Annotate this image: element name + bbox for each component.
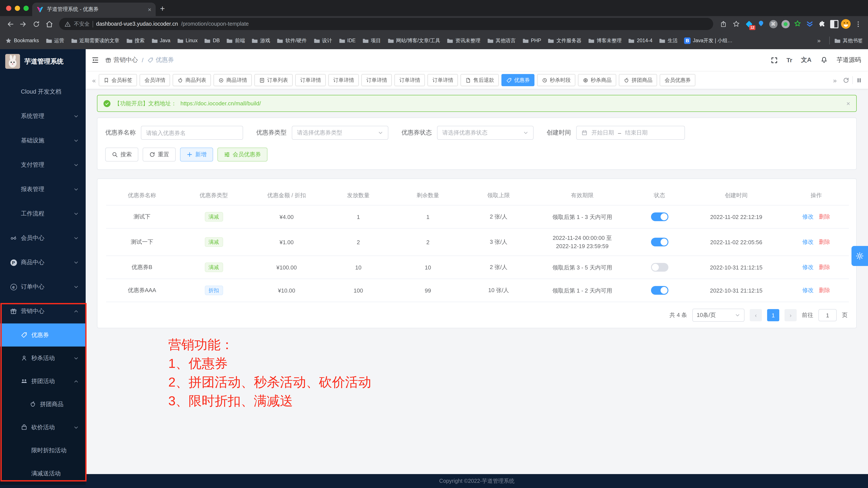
- reset-button[interactable]: 重置: [143, 148, 176, 162]
- delete-link[interactable]: 删除: [819, 264, 830, 270]
- sidebar-item-system[interactable]: 系统管理: [0, 104, 86, 128]
- bookmark-folder[interactable]: Java: [151, 37, 170, 44]
- coupon-name-input[interactable]: [141, 126, 243, 140]
- tab-member-coupon[interactable]: 会员优惠券: [660, 74, 695, 86]
- tab-order-list[interactable]: 订单列表: [255, 74, 293, 86]
- tab-member-tag[interactable]: 会员标签: [99, 74, 137, 86]
- extensions-puzzle-icon[interactable]: [817, 19, 827, 29]
- bookmark-folder[interactable]: 生活: [659, 37, 678, 44]
- forward-button[interactable]: [18, 18, 29, 30]
- search-button[interactable]: 搜索: [105, 148, 138, 162]
- sidebar-item-product-center[interactable]: P商品中心: [0, 250, 86, 275]
- address-bar[interactable]: 不安全 dashboard-vue3.yudao.iocoder.cn/prom…: [59, 18, 713, 30]
- coupon-type-select[interactable]: 请选择优惠券类型: [292, 126, 388, 140]
- bookmark-folder[interactable]: 游戏: [252, 37, 270, 44]
- reload-button[interactable]: [30, 18, 42, 30]
- app-logo[interactable]: 芋道管理系统: [0, 49, 86, 74]
- close-window-button[interactable]: [6, 6, 11, 11]
- locale-icon[interactable]: 文A: [801, 56, 811, 64]
- extension-record-icon[interactable]: [780, 19, 790, 29]
- goto-page-input[interactable]: [818, 309, 837, 321]
- profile-avatar[interactable]: [841, 19, 850, 29]
- bookmark-folder[interactable]: 运营: [45, 37, 64, 44]
- tab-order-detail[interactable]: 订单详情: [395, 74, 425, 86]
- collapse-sidebar-icon[interactable]: [91, 56, 99, 64]
- sidebar-item-coupon[interactable]: 优惠券: [0, 323, 86, 346]
- sidebar-item-seckill-activity[interactable]: 秒杀活动: [0, 346, 86, 370]
- home-button[interactable]: [43, 18, 55, 30]
- bookmark-folder[interactable]: PHP: [522, 37, 541, 44]
- tags-scroll-right-icon[interactable]: »: [830, 77, 840, 84]
- bookmark-folder[interactable]: 设计: [313, 37, 332, 44]
- font-size-icon[interactable]: Tr: [786, 57, 792, 63]
- bookmark-folder[interactable]: 文件服务器: [548, 37, 582, 44]
- status-toggle[interactable]: [651, 286, 668, 295]
- tab-order-detail[interactable]: 订单详情: [428, 74, 458, 86]
- member-coupon-button[interactable]: 会员优惠券: [217, 148, 268, 162]
- extension-diamond-icon[interactable]: 12: [744, 19, 754, 29]
- sidebar-item-workflow[interactable]: 工作流程: [0, 202, 86, 226]
- tab-group-product[interactable]: 拼团商品: [619, 74, 657, 86]
- end-date-placeholder[interactable]: 结束日期: [625, 129, 648, 137]
- settings-fab[interactable]: [851, 246, 868, 266]
- sidebar-item-bargain-activity[interactable]: 砍价活动: [0, 416, 86, 439]
- status-toggle[interactable]: [651, 212, 668, 221]
- delete-link[interactable]: 删除: [819, 287, 830, 293]
- bookmark-folder[interactable]: IDE: [339, 37, 355, 44]
- sidebar-item-discount-activity[interactable]: 限时折扣活动: [0, 439, 86, 462]
- bookmark-folder[interactable]: 搜索: [126, 37, 145, 44]
- tab-close-icon[interactable]: ×: [148, 6, 151, 12]
- bookmark-folder[interactable]: 前端: [226, 37, 245, 44]
- start-date-placeholder[interactable]: 开始日期: [591, 129, 614, 137]
- extension-command-icon[interactable]: ⌘: [768, 19, 778, 29]
- extension-chevrons-icon[interactable]: [805, 19, 815, 29]
- bookmark-folder[interactable]: 资讯未整理: [447, 37, 480, 44]
- bookmark-folder[interactable]: Linux: [177, 37, 198, 44]
- prev-page-button[interactable]: ‹: [750, 309, 762, 321]
- alert-link[interactable]: https://doc.iocoder.cn/mall/build/: [181, 100, 261, 107]
- tags-refresh-icon[interactable]: [840, 77, 852, 83]
- edit-link[interactable]: 修改: [802, 238, 814, 245]
- share-button[interactable]: [717, 18, 729, 30]
- sidebar-item-reward-activity[interactable]: 满减送活动: [0, 462, 86, 485]
- tab-order-detail[interactable]: 订单详情: [362, 74, 392, 86]
- sidebar-item-order-center[interactable]: e订单中心: [0, 275, 86, 299]
- tags-layout-icon[interactable]: [853, 77, 865, 83]
- back-button[interactable]: [4, 18, 16, 30]
- sidebar-item-member-center[interactable]: 会员中心: [0, 226, 86, 250]
- tab-seckill-product[interactable]: 秒杀商品: [578, 74, 616, 86]
- fullscreen-icon[interactable]: [770, 56, 778, 64]
- edit-link[interactable]: 修改: [802, 213, 814, 220]
- status-toggle[interactable]: [651, 238, 668, 247]
- tab-coupon-active[interactable]: 优惠券: [502, 74, 535, 86]
- tags-scroll-left-icon[interactable]: «: [89, 77, 99, 84]
- bookmark-folder[interactable]: 网站/博客/文章/工具: [387, 37, 440, 44]
- extension-green-star-icon[interactable]: [792, 19, 803, 29]
- page-number-button[interactable]: 1: [767, 309, 779, 321]
- minimize-window-button[interactable]: [15, 6, 20, 11]
- delete-link[interactable]: 删除: [819, 213, 830, 220]
- alert-close-icon[interactable]: ×: [846, 100, 850, 107]
- tab-product-detail[interactable]: 商品详情: [214, 74, 252, 86]
- username[interactable]: 芋道源码: [837, 56, 861, 64]
- edit-link[interactable]: 修改: [802, 264, 814, 270]
- sidebar-item-payment[interactable]: 支付管理: [0, 153, 86, 177]
- bookmark-folder[interactable]: 软件/硬件: [277, 37, 307, 44]
- browser-menu-icon[interactable]: [852, 18, 864, 30]
- sidebar-item-group-product[interactable]: 拼团商品: [0, 393, 86, 416]
- tab-seckill-time[interactable]: 秒杀时段: [537, 74, 576, 86]
- browser-tab[interactable]: 芋道管理系统 - 优惠券 ×: [32, 3, 156, 16]
- add-button[interactable]: 新增: [180, 148, 213, 162]
- next-page-button[interactable]: ›: [784, 309, 797, 321]
- coupon-status-select[interactable]: 请选择优惠券状态: [437, 126, 534, 140]
- edit-link[interactable]: 修改: [802, 287, 814, 293]
- new-tab-button[interactable]: +: [160, 4, 165, 13]
- date-range-picker[interactable]: 开始日期 – 结束日期: [576, 126, 685, 140]
- tab-order-detail[interactable]: 订单详情: [296, 74, 326, 86]
- bookmark-folder[interactable]: 博客未整理: [588, 37, 622, 44]
- status-toggle[interactable]: [651, 263, 668, 271]
- extension-contrast-icon[interactable]: [829, 19, 839, 29]
- tab-order-detail[interactable]: 订单详情: [329, 74, 359, 86]
- bookmark-folder[interactable]: 其他语言: [487, 37, 516, 44]
- tab-refund[interactable]: 售后退款: [461, 74, 499, 86]
